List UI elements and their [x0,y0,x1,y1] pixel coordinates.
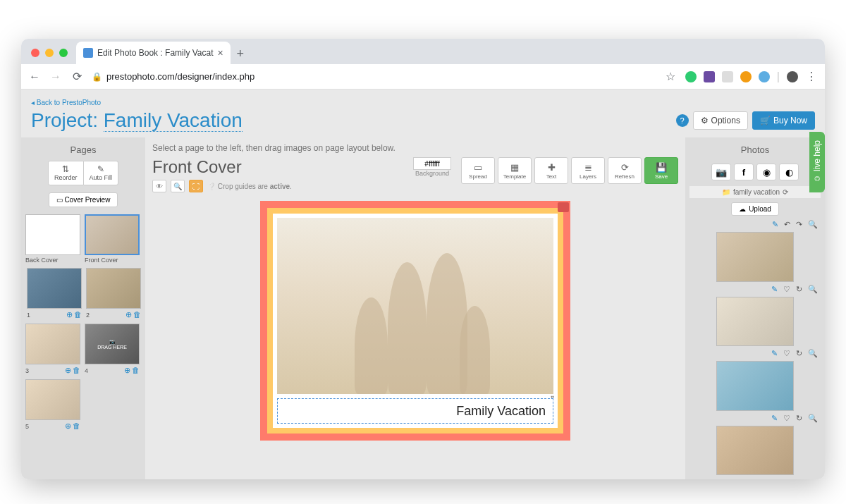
delete-page-icon[interactable]: 🗑 [132,366,140,375]
spread-button[interactable]: ▭Spread [461,157,495,184]
zoom-photo-icon[interactable]: 🔍 [808,220,818,229]
help-icon[interactable]: ? [676,114,689,127]
upload-button[interactable]: ☁Upload [731,202,779,216]
live-help-tab[interactable]: ☺ live help [809,132,825,192]
extension-icon[interactable] [759,71,770,82]
new-tab-button[interactable]: + [231,47,250,64]
buy-now-button[interactable]: 🛒 Buy Now [752,111,815,130]
photo-thumb[interactable] [716,361,794,411]
heart-icon[interactable]: ♡ [783,349,790,358]
page-thumb-back-cover[interactable]: Back Cover [25,214,80,264]
extension-icon[interactable] [740,71,752,82]
page-thumb-2[interactable]: 2⊕🗑 [86,268,141,319]
heart-icon[interactable]: ♡ [783,414,790,423]
delete-page-icon[interactable]: 🗑 [73,422,80,431]
zoom-photo-icon[interactable]: 🔍 [808,285,818,294]
facebook-icon[interactable]: f [734,164,754,180]
close-window-icon[interactable] [31,49,39,57]
text-button[interactable]: ✚Text [534,157,568,184]
eye-icon[interactable]: 👁 [152,180,166,192]
rotate-right-icon[interactable]: ↷ [796,220,802,229]
delete-page-icon[interactable]: 🗑 [74,310,82,319]
template-button[interactable]: ▦Template [498,157,532,184]
refresh-album-icon[interactable]: ⟳ [783,188,788,196]
background-input[interactable] [413,157,451,170]
reorder-button[interactable]: ⇅Reorder [48,161,84,185]
url-field[interactable]: 🔒 prestophoto.com/designer/index.php [92,71,656,82]
page-thumb-4[interactable]: 📷DRAG HERE 4⊕🗑 [85,324,140,375]
add-page-icon[interactable]: ⊕ [65,422,71,431]
instagram-icon[interactable]: ◉ [756,164,776,180]
photos-panel-title: Photos [741,142,769,161]
edit-icon[interactable]: ✎ [772,220,778,229]
add-page-icon[interactable]: ⊕ [66,310,73,319]
reload-icon[interactable]: ⟳ [70,70,83,83]
rotate-icon[interactable]: ↻ [796,414,802,423]
cover-caption-input[interactable]: Family Vacation ❞ [277,398,553,424]
rotate-icon[interactable]: ↻ [796,349,802,358]
heart-icon[interactable]: ♡ [783,285,790,294]
page-thumb-1[interactable]: 1⊕🗑 [27,268,82,319]
lock-icon: 🔒 [92,72,102,82]
delete-page-icon[interactable]: 🗑 [73,366,80,375]
add-page-icon[interactable]: ⊕ [125,310,132,319]
layers-button[interactable]: ≣Layers [571,157,605,184]
photo-thumb[interactable] [716,232,794,282]
add-page-icon[interactable]: ⊕ [65,366,71,375]
delete-page-icon[interactable]: 🗑 [133,310,141,319]
refresh-button[interactable]: ⟳Refresh [608,157,642,184]
minimize-window-icon[interactable] [45,49,54,57]
image-edit-icon[interactable] [558,202,569,212]
edit-icon[interactable]: ✎ [771,414,778,423]
profile-icon[interactable] [787,71,798,82]
url-text: prestophoto.com/designer/index.php [106,71,255,82]
crop-guides-text: ❔ Crop guides are active. [207,183,292,190]
extension-icon[interactable] [722,71,733,82]
close-tab-icon[interactable]: × [218,47,223,59]
extension-icon[interactable] [685,71,697,82]
browser-tab[interactable]: Edit Photo Book : Family Vacat × [76,42,231,64]
photo-actions: ✎↶↷🔍 [689,220,821,229]
zoom-photo-icon[interactable]: 🔍 [808,349,818,358]
photo-thumb[interactable] [716,426,794,476]
page-thumb-5[interactable]: 5⊕🗑 [25,379,80,431]
menu-icon[interactable]: ⋮ [805,70,818,83]
autofill-button[interactable]: ✎Auto Fill [84,161,119,185]
back-to-site-link[interactable]: ◂ Back to PrestoPhoto [31,99,101,106]
cover-preview-button[interactable]: ▭ Cover Preview [49,192,118,207]
app-content: ◂ Back to PrestoPhoto Project: Family Va… [21,90,825,479]
smugmug-icon[interactable]: ◐ [779,164,799,180]
edit-icon[interactable]: ✎ [771,285,778,294]
zoom-icon[interactable]: 🔍 [171,180,185,192]
star-icon[interactable]: ☆ [664,70,677,83]
crop-icon[interactable]: ⛶ [189,180,203,192]
page-thumb-3[interactable]: 3⊕🗑 [25,324,80,375]
editor-hint: Select a page to the left, then drag ima… [152,142,678,157]
options-button[interactable]: ⚙ Options [693,111,748,130]
project-name[interactable]: Family Vacation [104,109,243,132]
rotate-icon[interactable]: ↻ [796,285,802,294]
background-color-field: Background [413,157,451,177]
photo-actions: ✎♡↻🔍 [689,285,821,294]
edit-icon[interactable]: ✎ [771,349,778,358]
photo-thumb[interactable] [716,297,794,347]
zoom-photo-icon[interactable]: 🔍 [808,414,818,423]
cover-photo[interactable] [277,218,553,394]
page-view-tools: 👁 🔍 ⛶ ❔ Crop guides are active. [152,180,292,192]
save-button[interactable]: 💾Save [644,157,678,184]
rotate-left-icon[interactable]: ↶ [784,220,790,229]
photo-actions: ✎♡↻🔍 [689,349,821,358]
forward-icon[interactable]: → [49,70,62,83]
maximize-window-icon[interactable] [59,49,68,57]
quote-icon: ❞ [551,395,554,402]
page-canvas[interactable]: Family Vacation ❞ [260,201,570,441]
page-thumbnails: Back Cover Front Cover 1⊕🗑 2⊕🗑 [25,214,141,431]
page-thumb-front-cover[interactable]: Front Cover [85,214,140,264]
album-selector[interactable]: 📁 family vacation ⟳ [689,186,821,198]
gallery-icon[interactable]: 📷 [711,164,731,180]
back-icon[interactable]: ← [28,70,41,83]
photo-sources: 📷 f ◉ ◐ [711,164,799,180]
add-page-icon[interactable]: ⊕ [124,366,130,375]
project-title-row: Project: Family Vacation ? ⚙ Options 🛒 B… [21,108,825,137]
extension-icon[interactable] [704,71,715,82]
